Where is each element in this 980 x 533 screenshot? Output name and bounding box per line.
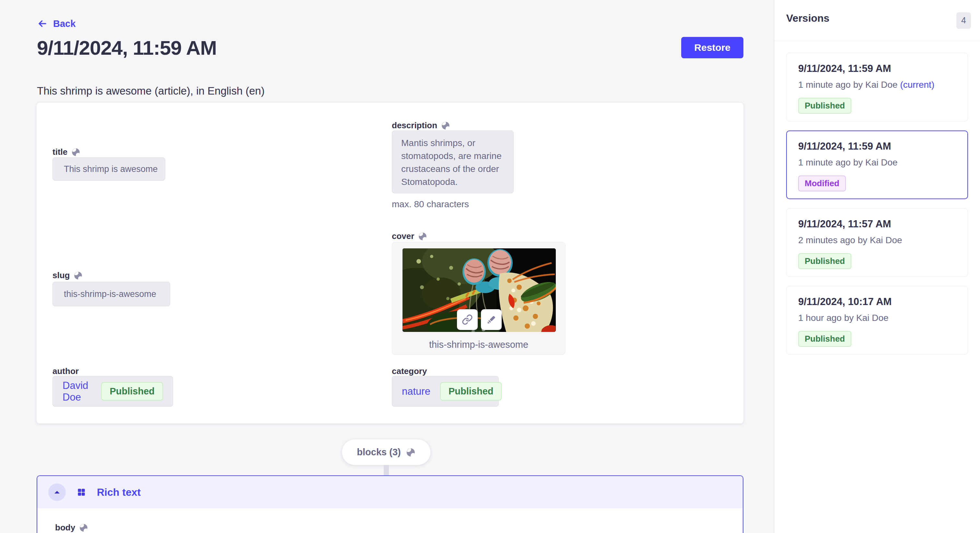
versions-header: Versions 4 — [774, 0, 980, 41]
description-textarea: Mantis shrimps, or stomatopods, are mari… — [392, 130, 514, 194]
version-meta: 2 minutes ago by Kai Doe — [798, 235, 956, 246]
version-date: 9/11/2024, 11:59 AM — [798, 141, 956, 152]
category-relation-box: nature Published — [392, 376, 499, 407]
title-input: This shrimp is awesome — [52, 157, 165, 181]
author-link[interactable]: David Doe — [62, 380, 91, 403]
link-icon — [462, 314, 473, 325]
version-card-selected[interactable]: 9/11/2024, 11:59 AM 1 minute ago by Kai … — [786, 130, 968, 199]
slug-input: this-shrimp-is-awesome — [52, 282, 170, 306]
rich-text-block-title: Rich text — [97, 486, 141, 498]
globe-icon — [418, 232, 427, 241]
restore-button[interactable]: Restore — [681, 37, 743, 58]
globe-icon — [73, 271, 83, 280]
version-card[interactable]: 9/11/2024, 11:57 AM 2 minutes ago by Kai… — [786, 208, 968, 277]
globe-icon — [79, 523, 88, 532]
status-badge: Published — [798, 98, 851, 114]
globe-icon — [406, 447, 416, 457]
category-label-text: category — [392, 366, 427, 376]
status-badge: Published — [798, 331, 851, 347]
slug-field-label: slug — [52, 270, 83, 281]
version-card[interactable]: 9/11/2024, 11:59 AM 1 minute ago by Kai … — [786, 53, 968, 121]
version-date: 9/11/2024, 11:59 AM — [798, 63, 956, 75]
description-field-label: description — [392, 121, 450, 130]
blocks-pill-button[interactable]: blocks (3) — [342, 439, 430, 465]
arrow-left-icon — [37, 18, 48, 29]
author-field-label: author — [52, 366, 79, 376]
version-form-card: title This shrimp is awesome description… — [37, 103, 743, 424]
pencil-icon — [486, 314, 497, 325]
cover-image — [402, 248, 556, 332]
cover-actions — [457, 309, 502, 330]
body-label-text: body — [55, 523, 75, 533]
version-meta-text: 1 minute ago by Kai Doe — [798, 80, 898, 90]
versions-count-badge: 4 — [956, 12, 971, 29]
caret-up-icon — [53, 488, 61, 496]
versions-list: 9/11/2024, 11:59 AM 1 minute ago by Kai … — [774, 41, 980, 366]
current-version-label: (current) — [900, 80, 934, 90]
back-label: Back — [53, 19, 75, 29]
cover-media-card: this-shrimp-is-awesome — [392, 242, 565, 355]
description-hint: max. 80 characters — [392, 199, 469, 209]
versions-sidebar: Versions 4 9/11/2024, 11:59 AM 1 minute … — [774, 0, 980, 533]
version-meta-text: 1 hour ago by Kai Doe — [798, 313, 889, 323]
cover-edit-button[interactable] — [481, 309, 502, 330]
description-label-text: description — [392, 121, 437, 130]
status-badge: Modified — [798, 176, 846, 191]
rich-text-block-header: Rich text — [37, 476, 743, 508]
version-meta: 1 minute ago by Kai Doe — [798, 157, 956, 168]
author-label-text: author — [52, 366, 79, 376]
title-label-text: title — [52, 147, 67, 157]
cover-field-label: cover — [392, 231, 427, 241]
globe-icon — [71, 148, 80, 157]
cover-filename: this-shrimp-is-awesome — [392, 339, 565, 350]
body-field-label: body — [55, 523, 88, 533]
version-card[interactable]: 9/11/2024, 10:17 AM 1 hour ago by Kai Do… — [786, 286, 968, 355]
version-meta: 1 hour ago by Kai Doe — [798, 313, 956, 323]
status-badge: Published — [798, 253, 851, 269]
globe-icon — [441, 121, 450, 130]
cover-label-text: cover — [392, 231, 414, 241]
author-relation-box: David Doe Published — [52, 376, 173, 407]
page-subtitle: This shrimp is awesome (article), in Eng… — [37, 85, 264, 97]
rich-text-block: Rich text body — [37, 475, 743, 533]
category-link[interactable]: nature — [402, 385, 430, 397]
slug-label-text: slug — [52, 270, 70, 281]
version-date: 9/11/2024, 10:17 AM — [798, 296, 956, 308]
blocks-connector-line — [384, 465, 389, 476]
page-title: 9/11/2024, 11:59 AM — [37, 36, 216, 59]
version-meta-text: 1 minute ago by Kai Doe — [798, 157, 898, 167]
version-meta: 1 minute ago by Kai Doe (current) — [798, 80, 956, 90]
grid-icon — [77, 488, 86, 497]
title-field-label: title — [52, 147, 80, 157]
category-field-label: category — [392, 366, 427, 376]
version-date: 9/11/2024, 11:57 AM — [798, 218, 956, 230]
versions-title: Versions — [786, 12, 829, 24]
author-status-badge: Published — [101, 382, 163, 401]
version-meta-text: 2 minutes ago by Kai Doe — [798, 235, 902, 245]
collapse-block-button[interactable] — [48, 484, 66, 501]
category-status-badge: Published — [440, 382, 502, 401]
blocks-pill-label: blocks (3) — [357, 447, 401, 458]
back-link[interactable]: Back — [37, 18, 75, 29]
cover-copy-link-button[interactable] — [457, 309, 478, 330]
